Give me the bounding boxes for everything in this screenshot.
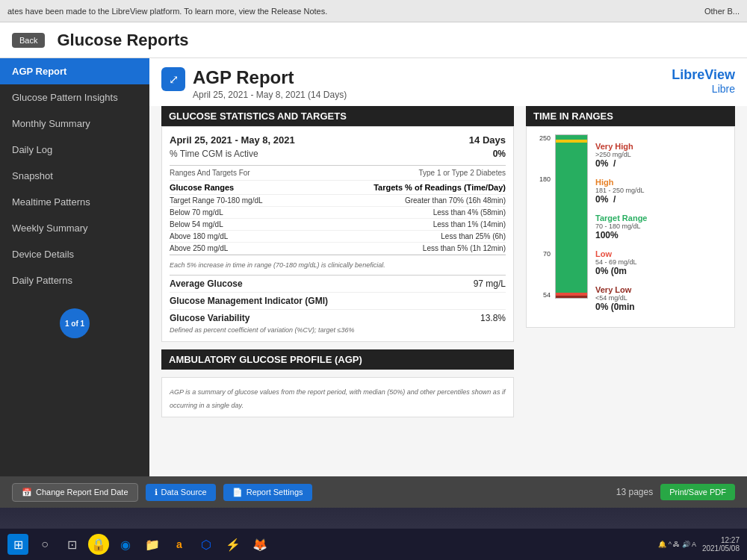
other-tab[interactable]: Other B... <box>704 7 740 16</box>
agp-section-header: AMBULATORY GLUCOSE PROFILE (AGP) <box>161 349 514 370</box>
tir-bar <box>555 134 588 299</box>
print-save-button[interactable]: Print/Save PDF <box>660 484 735 500</box>
lightning-icon[interactable]: ⚡ <box>223 534 244 555</box>
edge-icon[interactable]: ◉ <box>115 534 136 555</box>
ranges-col2: Targets % of Readings (Time/Day) <box>374 183 506 192</box>
sidebar-item-agp-report[interactable]: AGP Report <box>0 58 149 84</box>
avg-glucose-label: Average Glucose <box>170 279 243 289</box>
search-icon[interactable]: ○ <box>34 534 55 555</box>
calendar-icon: 📅 <box>22 488 32 497</box>
legend-very-high-sub: >250 mg/dL <box>595 151 727 158</box>
dropbox-icon[interactable]: ⬡ <box>196 534 217 555</box>
release-notes-link[interactable]: view the Release Notes. <box>239 7 328 16</box>
stats-inner: April 25, 2021 - May 8, 2021 14 Days % T… <box>161 126 514 342</box>
tir-legend: Very High >250 mg/dL 0% / High 181 - 250… <box>595 134 727 320</box>
legend-very-low-value: 0% (0min <box>595 302 727 312</box>
sidebar-item-device-details[interactable]: Device Details <box>0 241 149 267</box>
ranges-header: Ranges And Targets For Type 1 or Type 2 … <box>170 166 506 181</box>
y-label-70: 70 <box>534 250 551 258</box>
data-source-button[interactable]: ℹ Data Source <box>146 484 216 501</box>
windows-icon[interactable]: ⊞ <box>7 534 28 555</box>
table-row: Target Range 70-180 mg/dL Greater than 7… <box>170 195 506 207</box>
laptop-bottom: ⊞ ○ ⊡ 🔒 ◉ 📁 a ⬡ ⚡ 🦊 🔔 ^ 🖧 🔊 A 12:27 2021… <box>0 508 747 560</box>
avg-glucose-value: 97 mg/L <box>474 279 506 289</box>
tir-header: TIME IN RANGES <box>526 106 735 126</box>
gv-row: Glucose Variability 13.8% <box>170 309 506 326</box>
pages-count: 13 pages <box>616 487 653 497</box>
ranges-table: Ranges And Targets For Type 1 or Type 2 … <box>170 165 506 255</box>
taskview-icon[interactable]: ⊡ <box>61 534 82 555</box>
taskbar-icons-right: 🔔 ^ 🖧 🔊 A <box>658 541 696 548</box>
legend-high: High 181 - 250 mg/dL 0% / <box>595 178 727 205</box>
legend-very-high-value: 0% / <box>595 158 727 169</box>
report-content: GLUCOSE STATISTICS AND TARGETS April 25,… <box>149 106 747 417</box>
agp-section: AMBULATORY GLUCOSE PROFILE (AGP) AGP is … <box>161 349 514 417</box>
legend-target: Target Range 70 - 180 mg/dL 100% <box>595 214 727 240</box>
report-date-subtitle: April 25, 2021 - May 8, 2021 (14 Days) <box>193 90 347 100</box>
sidebar-item-daily-log[interactable]: Daily Log <box>0 137 149 163</box>
tir-inner: 250 180 70 54 <box>526 126 735 328</box>
content-area: ⤢ AGP Report April 25, 2021 - May 8, 202… <box>149 58 747 476</box>
legend-target-label: Target Range <box>595 214 727 223</box>
sidebar-item-snapshot[interactable]: Snapshot <box>0 163 149 189</box>
sidebar: AGP Report Glucose Pattern Insights Mont… <box>0 58 149 476</box>
cgm-row: % Time CGM is Active 0% <box>170 149 506 159</box>
report-header: ⤢ AGP Report April 25, 2021 - May 8, 202… <box>149 58 747 106</box>
ranges-header-left: Ranges And Targets For <box>170 169 250 177</box>
tir-panel: TIME IN RANGES 250 180 70 54 <box>526 106 735 417</box>
sidebar-item-daily-patterns[interactable]: Daily Patterns <box>0 267 149 293</box>
amazon-icon[interactable]: a <box>169 534 190 555</box>
date-days-row: April 25, 2021 - May 8, 2021 14 Days <box>170 134 506 146</box>
expand-button[interactable]: ⤢ <box>161 67 185 91</box>
legend-low-value: 0% (0m <box>595 266 727 276</box>
stats-date: April 25, 2021 - May 8, 2021 <box>170 134 295 146</box>
gmi-row: Glucose Management Indicator (GMI) <box>170 292 506 309</box>
bar-very-low <box>556 296 587 298</box>
tir-y-axis: 250 180 70 54 <box>534 134 552 299</box>
y-label-180: 180 <box>534 175 551 183</box>
legend-high-value: 0% / <box>595 194 727 205</box>
libreview-brand: LibreView <box>672 67 735 83</box>
libreview-logo-section: LibreView Libre <box>672 67 735 95</box>
cgm-label: % Time CGM is Active <box>170 149 258 159</box>
folder-icon[interactable]: 📁 <box>142 534 163 555</box>
legend-low: Low 54 - 69 mg/dL 0% (0m <box>595 249 727 276</box>
libre-sub: Libre <box>672 83 735 95</box>
stats-panel: GLUCOSE STATISTICS AND TARGETS April 25,… <box>161 106 514 417</box>
back-button[interactable]: Back <box>12 33 45 48</box>
ranges-header-right: Type 1 or Type 2 Diabetes <box>418 169 506 177</box>
legend-target-value: 100% <box>595 230 727 240</box>
agp-note: AGP is a summary of glucose values from … <box>170 388 505 409</box>
report-title: AGP Report <box>193 67 347 88</box>
lock-icon[interactable]: 🔒 <box>88 534 109 555</box>
sidebar-item-weekly-summary[interactable]: Weekly Summary <box>0 215 149 241</box>
sidebar-item-glucose-pattern[interactable]: Glucose Pattern Insights <box>0 84 149 111</box>
bar-target <box>556 135 587 293</box>
report-title-section: ⤢ AGP Report April 25, 2021 - May 8, 202… <box>161 67 347 100</box>
legend-very-high-label: Very High <box>595 142 727 151</box>
ranges-subheader: Glucose Ranges Targets % of Readings (Ti… <box>170 181 506 195</box>
clinical-notice: Each 5% increase in time in range (70-18… <box>170 261 506 269</box>
tir-chart-wrapper: 250 180 70 54 <box>534 134 588 320</box>
notification-text: ates have been made to the LibreView pla… <box>7 7 237 16</box>
legend-low-label: Low <box>595 249 727 258</box>
toolbar-right: 13 pages Print/Save PDF <box>616 484 735 500</box>
table-row: Above 180 mg/dL Less than 25% (6h) <box>170 231 506 243</box>
y-label-250: 250 <box>534 134 551 142</box>
info-icon: ℹ <box>155 488 158 497</box>
legend-very-high: Very High >250 mg/dL 0% / <box>595 142 727 169</box>
avg-glucose-row: Average Glucose 97 mg/L <box>170 275 506 292</box>
app-title: Glucose Reports <box>57 31 188 50</box>
legend-target-sub: 70 - 180 mg/dL <box>595 223 727 230</box>
taskbar: ⊞ ○ ⊡ 🔒 ◉ 📁 a ⬡ ⚡ 🦊 🔔 ^ 🖧 🔊 A 12:27 2021… <box>0 529 747 560</box>
firefox-icon[interactable]: 🦊 <box>249 534 270 555</box>
sidebar-item-monthly-summary[interactable]: Monthly Summary <box>0 111 149 137</box>
agp-inner: AGP is a summary of glucose values from … <box>161 377 514 417</box>
bar-yellow-stripe <box>556 140 587 143</box>
report-settings-button[interactable]: 📄 Report Settings <box>223 484 312 501</box>
gv-label: Glucose Variability <box>170 313 249 323</box>
toolbar-left: 📅 Change Report End Date ℹ Data Source 📄… <box>12 483 312 502</box>
change-date-button[interactable]: 📅 Change Report End Date <box>12 483 138 502</box>
sidebar-item-mealtime[interactable]: Mealtime Patterns <box>0 189 149 215</box>
settings-icon: 📄 <box>232 488 243 497</box>
